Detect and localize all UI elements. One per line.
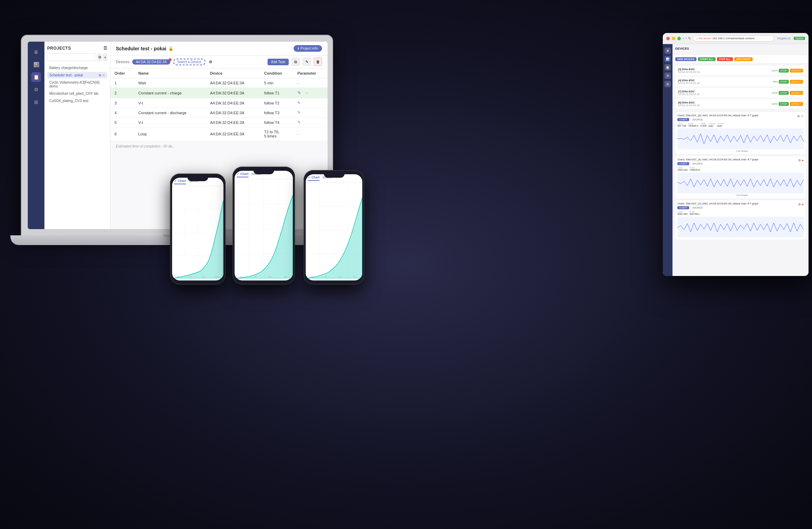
device-detect-btn-3[interactable]: DETECT <box>790 91 803 95</box>
add-chart-button[interactable]: ADD CHART <box>734 57 753 61</box>
cell-edit[interactable]: ✎ <box>293 108 328 118</box>
project-item-micro[interactable]: Microbiofuel cell_plant_CHY lab <box>47 90 107 97</box>
device-start-btn-1[interactable]: STOP <box>779 69 789 73</box>
project-info-button[interactable]: ℹ Project info <box>294 45 322 52</box>
browser-sidebar-icon-2[interactable]: 📊 <box>665 56 671 62</box>
cell-order: 1 <box>110 78 134 88</box>
device-row-3[interactable]: [7] Elite-EDC A4:DA:32:D4:EE:3A 100% STO… <box>675 88 806 98</box>
project-item-cyclic[interactable]: Cyclic Voltammetry-K3[Fe(CN)6] demo <box>47 79 107 90</box>
chart-3-close-icon[interactable]: ● <box>802 203 804 206</box>
table-row-active[interactable]: 2 Constant current - charge A4:DA:32:D4:… <box>110 88 328 98</box>
device-tag[interactable]: A4:DA:32:D4:EE:3A <box>132 59 170 65</box>
chart-2-settings-icon[interactable]: ⚙ <box>798 159 801 162</box>
svg-rect-2 <box>677 217 804 237</box>
chart-card-3: Chart1: Elite-EDC_[7] | MAC: A4:DA:32:D4… <box>675 200 806 240</box>
add-task-button[interactable]: Add Task <box>268 59 289 65</box>
table-row[interactable]: 3 V-t A4:DA:32:D4:EE:3A follow T2 ✎ <box>110 98 328 108</box>
col-order: Order <box>110 68 134 78</box>
chart-1-settings-icon[interactable]: ⚙ <box>797 115 800 118</box>
projects-menu-icon[interactable]: ☰ <box>103 46 108 51</box>
copy-task-button[interactable]: ⧉ <box>291 58 300 66</box>
chart-1-tab-source[interactable]: SOURCE <box>691 118 704 121</box>
sidebar-icon-settings[interactable]: ⚙ <box>31 85 41 94</box>
device-row-1[interactable]: [3] Elite-EDC A4:DA:32:D4:EE:3A 100% STO… <box>675 66 806 75</box>
device-row-4[interactable]: [8] Elite-EDC A4:DA:32:D4:EE:3A 100% STO… <box>675 99 806 109</box>
chart-1-tabs: CHART SOURCE <box>677 118 804 121</box>
browser-sidebar-icon-3[interactable]: 📋 <box>665 64 671 70</box>
chart-2-close-icon[interactable]: ● <box>802 159 804 162</box>
project-item-cuso4[interactable]: CuSO4_plating_CVS test <box>47 98 107 104</box>
device-info-3: [7] Elite-EDC A4:DA:32:D4:EE:3A <box>678 90 700 95</box>
copy-button[interactable]: ⧉ <box>98 53 102 61</box>
browser-url-bar[interactable]: ⚠ Not Secure 192.168.2.1/#!/admin/task-c… <box>693 35 774 42</box>
table-row[interactable]: 5 V-t A4:DA:32:D4:EE:3A follow T4 ✎ <box>110 118 328 127</box>
edit-project-icon[interactable]: ⚙ <box>99 74 101 77</box>
table-row[interactable]: 4 Constant current - discharge A4:DA:32:… <box>110 108 328 118</box>
sidebar-icon-chart[interactable]: 📊 <box>31 60 41 69</box>
hide-devices-button[interactable]: HIDE DEVICES <box>675 57 696 61</box>
chart-1-tab-chart[interactable]: CHART <box>677 118 689 121</box>
cell-edit[interactable]: ✎ <box>293 118 328 127</box>
chart-3-settings-icon[interactable]: ⚙ <box>798 203 801 206</box>
phone-1-chart-area: 0s5s10s15s <box>172 186 223 278</box>
project-item-battery[interactable]: Battery charge/discharge <box>47 65 107 71</box>
browser-sidebar-icon-4[interactable]: ⚙ <box>665 73 671 79</box>
chart-3-values: t (ms) 3001.063 R (Ω) 940748.1 <box>677 211 804 215</box>
url-text: 192.168.2.1/#!/admin/task-content <box>712 37 754 40</box>
reload-button[interactable]: ↻ <box>688 36 691 40</box>
browser-sidebar: 🖥 📊 📋 ⚙ ⊞ <box>663 44 673 276</box>
device-detect-btn-1[interactable]: DETECT <box>790 69 803 73</box>
select-device-button[interactable]: Select a Device <box>173 59 205 65</box>
stop-all-button[interactable]: STOP ALL <box>717 57 733 61</box>
sidebar-icon-tasks[interactable]: 📋 <box>31 72 41 82</box>
delete-task-button[interactable]: 🗑 <box>314 58 322 66</box>
device-detect-btn-4[interactable]: DETECT <box>790 102 803 106</box>
chart-3-tab-source[interactable]: SOURCE <box>691 206 704 209</box>
chart-value-3: 0.000 0.000 <box>701 123 707 127</box>
update-button[interactable]: Update <box>794 37 805 40</box>
table-row[interactable]: 1 Wait A4:DA:32:D4:EE:3A 5 min - <box>110 78 328 88</box>
table-row[interactable]: 6 Loop A4:DA:32:D4:EE:3A T2 to T6,5 time… <box>110 127 328 141</box>
browser-sidebar-icon-1[interactable]: 🖥 <box>665 48 671 54</box>
phone-1-x-axis: 0s5s10s15s <box>172 276 223 278</box>
browser-content: 🖥 📊 📋 ⚙ ⊞ DEVICES HIDE DEVICES START ALL… <box>663 44 809 276</box>
browser-sidebar-icon-5[interactable]: ⊞ <box>665 81 671 87</box>
cell-order: 2 <box>110 88 134 98</box>
device-info-1: [3] Elite-EDC A4:DA:32:D4:EE:3A <box>678 68 700 73</box>
projects-panel: PROJECTS ☰ ⧉ + Battery charge/discharge … <box>44 42 110 229</box>
chart-1-values: t (ms) 397.756 R (Ω) 730640.4 0.000 0.00… <box>677 123 804 127</box>
device-settings-icon[interactable]: ⚙ <box>209 60 212 64</box>
cell-edit[interactable]: ✎ <box>293 98 328 108</box>
browser-maximize-dot[interactable] <box>677 37 681 40</box>
phone-3-notch <box>324 173 345 178</box>
device-row-2[interactable]: [4] Elite-EDC A4:DA:32:D4:EE:3A 99% STOP… <box>675 77 806 86</box>
chart-value-2: R (Ω) 730640.4 <box>688 123 698 127</box>
device-start-btn-4[interactable]: STOP <box>779 102 789 106</box>
sidebar-icon-table[interactable]: ⊞ <box>31 97 41 107</box>
start-all-button[interactable]: START ALL <box>698 57 715 61</box>
device-start-btn-2[interactable]: STOP <box>779 80 789 84</box>
chart-3-tab-chart[interactable]: CHART <box>677 206 689 209</box>
device-detect-btn-2[interactable]: DETECT <box>790 80 803 84</box>
browser-minimize-dot[interactable] <box>672 37 675 40</box>
forward-button[interactable]: › <box>685 36 686 40</box>
project-item-scheduler[interactable]: Scheduler test - pokai ⚙ ✕ <box>47 72 107 78</box>
back-button[interactable]: ‹ <box>683 36 684 40</box>
device-start-btn-3[interactable]: STOP <box>779 91 789 95</box>
cell-parameter[interactable]: ✎ ✕ <box>293 88 328 98</box>
chart-2-tabs: CHART SOURCE <box>677 162 804 165</box>
close-project-icon[interactable]: ✕ <box>102 74 105 77</box>
add-project-button[interactable]: + <box>103 53 107 61</box>
edit-task-button[interactable]: ✎ <box>303 58 311 66</box>
browser-close-dot[interactable] <box>666 37 670 40</box>
sidebar-icon-monitor[interactable]: 🖥 <box>31 47 41 57</box>
phone-1-tab-chart[interactable]: ✓ Chart <box>174 179 186 184</box>
lock-icon: 🔓 <box>168 46 174 51</box>
search-input[interactable] <box>47 53 96 61</box>
chart-2-tab-chart[interactable]: CHART <box>677 162 689 165</box>
browser-actions: HIDE DEVICES START ALL STOP ALL ADD CHAR… <box>673 55 809 64</box>
chart-1-close-icon[interactable]: ✕ <box>801 115 804 118</box>
phone-3-tab-chart[interactable]: ✓ Chart <box>308 176 320 181</box>
phone-2-tab-chart[interactable]: ✓ Chart <box>237 172 248 177</box>
chart-2-tab-source[interactable]: SOURCE <box>691 162 704 165</box>
